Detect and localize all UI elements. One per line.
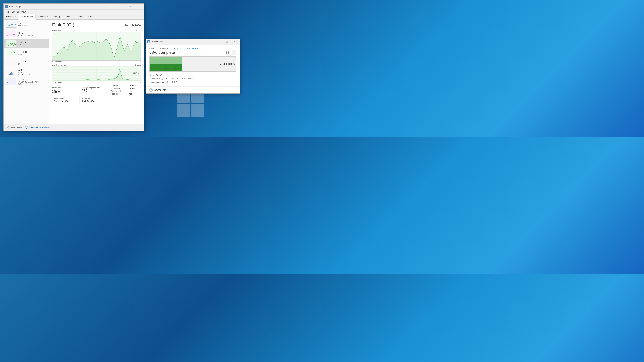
disk1-label: Disk 1 (D:) (18, 51, 46, 53)
copy-pause-button[interactable]: ❚❚ (226, 50, 230, 55)
svg-rect-7 (11, 72, 12, 75)
tab-startup[interactable]: Startup (51, 14, 63, 19)
gpu-sub: 48% (18, 83, 46, 85)
disk0-label: Disk 0 (C:) (18, 41, 46, 44)
sidebar-item-wifi[interactable]: Wi-Fi Wi-Fi 2 S: 0 R: 0 Kbps (4, 67, 49, 77)
chart2-duration: 60 seconds (52, 81, 62, 83)
page-file-label: Page file: (110, 93, 127, 95)
copy-source-link[interactable]: Local Disk (D:) (171, 47, 183, 49)
wifi-sub2: Wi-Fi 2 (18, 71, 46, 73)
chart1-labels: Active time 100% (52, 30, 141, 32)
sidebar: CPU 15% 4.22 GHz Memory 4.5/15.9 GB (28%… (4, 19, 49, 124)
disk2-info: Disk 2 (E:) 1% (18, 60, 46, 65)
stats-row: Active time 39% Average response time 25… (52, 87, 107, 94)
sidebar-item-disk0[interactable]: Disk 0 (C:) 39% (4, 39, 49, 48)
disk-header: Disk 0 (C:) Force MP600 (52, 22, 141, 28)
copy-name-line: Name: C0080 (150, 73, 236, 77)
gpu-sub2: NVIDIA GeForce RTX 20 (18, 81, 46, 83)
active-time-chart (52, 32, 141, 60)
read-speed-label: Read speed (54, 97, 78, 99)
copy-percent-text: 38% complete (150, 50, 175, 55)
menu-options[interactable]: Options (10, 10, 20, 14)
main-panel: Disk 0 (C:) Force MP600 Active time 100% (49, 19, 144, 124)
memory-thumbnail (6, 30, 16, 37)
disk-title: Disk 0 (C:) (52, 22, 74, 28)
svg-rect-5 (9, 74, 10, 75)
fewer-details-row[interactable]: ⇧ Fewer details (146, 86, 240, 93)
sidebar-item-disk1[interactable]: Disk 1 (D:) 72% (4, 48, 49, 58)
minimize-button[interactable]: — (120, 3, 127, 9)
system-disk-row: System disk: Yes (110, 90, 141, 92)
chart1-duration: 60 seconds (52, 60, 62, 62)
copy-status-text: Copying 1,116 items from Local Disk (D:)… (150, 47, 236, 49)
formatted-label: Formatted: (110, 87, 127, 90)
title-bar: Task Manager — □ ✕ (4, 3, 144, 9)
windows-logo (177, 90, 211, 123)
tab-performance[interactable]: Performance (18, 14, 36, 19)
disk0-thumbnail (6, 40, 16, 47)
avg-response-label: Average response time (81, 87, 107, 89)
cpu-label: CPU (18, 22, 46, 25)
svg-point-16 (25, 126, 28, 129)
avg-response-value: 257 ms (81, 89, 107, 93)
disk0-sub: 39% (18, 44, 46, 46)
tab-processes[interactable]: Processes (4, 14, 18, 19)
svg-rect-6 (10, 73, 10, 75)
copy-dest-link[interactable]: Local Disk (C:) (186, 47, 198, 49)
copy-minimize-button[interactable]: — (215, 39, 223, 45)
open-resource-monitor-link[interactable]: Open Resource Monitor (25, 126, 50, 129)
formatted-value: 1.8 TB (129, 87, 134, 90)
disk1-sub: 72% (18, 53, 46, 55)
memory-label: Memory (18, 32, 46, 34)
copy-dialog: 38% complete — □ ✕ Copying 1,116 items f… (146, 38, 240, 93)
gpu-info: GPU 0 NVIDIA GeForce RTX 20 48% (18, 78, 46, 85)
menu-file[interactable]: File (4, 10, 10, 14)
svg-rect-18 (148, 41, 150, 42)
menu-bar: File Options View (4, 9, 144, 14)
chart2-min: 0 (140, 81, 141, 83)
progress-bar-light (150, 57, 182, 64)
sidebar-item-cpu[interactable]: CPU 15% 4.22 GHz (4, 19, 49, 29)
copy-cancel-button[interactable]: ✕ (232, 50, 236, 55)
copy-percent-controls: ❚❚ ✕ (226, 50, 236, 55)
disk1-thumbnail (6, 50, 16, 56)
sidebar-item-memory[interactable]: Memory 4.5/15.9 GB (28%) (4, 29, 49, 39)
fewer-details-link[interactable]: ⇧ Fewer details (6, 126, 22, 129)
page-file-row: Page file: Yes (110, 93, 141, 95)
svg-rect-3 (6, 6, 7, 7)
copy-close-button[interactable]: ✕ (230, 39, 238, 45)
tab-app-history[interactable]: App history (36, 14, 51, 19)
capacity-row: Capacity: 1.8 TB (110, 85, 141, 87)
chart1-max: 100% (136, 30, 141, 32)
chart1-label: Active time (52, 30, 61, 32)
copy-maximize-button[interactable]: □ (223, 39, 230, 45)
formatted-row: Formatted: 1.8 TB (110, 87, 141, 90)
progress-bar-dark (150, 64, 182, 71)
tabs-bar: Processes Performance App history Startu… (4, 14, 144, 19)
chart2-label: Disk transfer rate (52, 64, 66, 66)
fewer-details-chevron: ⇧ (150, 88, 153, 92)
chart1-bottom-labels: 60 seconds 0 (52, 60, 141, 62)
cpu-sub: 15% 4.22 GHz (18, 25, 46, 27)
disk2-sub: 1% (18, 63, 46, 65)
disk1-info: Disk 1 (D:) 72% (18, 51, 46, 55)
chart2-max: 1 GB/s (135, 64, 141, 66)
copy-dialog-title: 38% complete (152, 40, 215, 43)
disk0-info: Disk 0 (C:) 39% (18, 41, 46, 46)
tab-users[interactable]: Users (63, 14, 74, 19)
fewer-details-label: Fewer details (10, 126, 22, 129)
copy-items-remaining: Items remaining: 698 (110 GB) (150, 80, 236, 84)
maximize-button[interactable]: □ (127, 3, 135, 9)
resource-monitor-label: Open Resource Monitor (29, 126, 50, 129)
sidebar-item-disk2[interactable]: Disk 2 (E:) 1% (4, 58, 49, 67)
menu-view[interactable]: View (20, 10, 27, 14)
sidebar-item-gpu[interactable]: GPU 0 NVIDIA GeForce RTX 20 48% (4, 77, 49, 86)
bottom-bar: ⇧ Fewer details Open Resource Monitor (4, 124, 144, 131)
capacity-info: Capacity: 1.8 TB Formatted: 1.8 TB Syste… (110, 85, 141, 104)
write-speed-block: Write speed 1.4 GB/s (80, 96, 107, 104)
close-button[interactable]: ✕ (135, 3, 143, 9)
wifi-sub: S: 0 R: 0 Kbps (18, 73, 46, 75)
tab-details[interactable]: Details (74, 14, 86, 19)
avg-response-stat: Average response time 257 ms (81, 87, 107, 94)
tab-services[interactable]: Services (86, 14, 99, 19)
